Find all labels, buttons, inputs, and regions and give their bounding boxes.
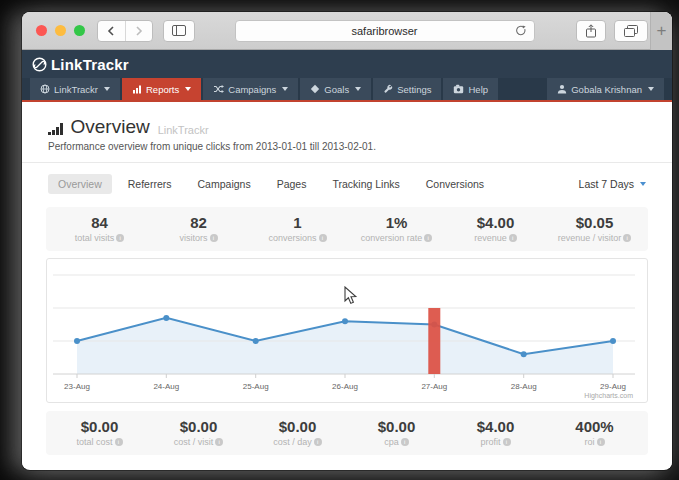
plus-icon: + [657, 21, 667, 41]
info-icon[interactable]: i [116, 234, 124, 242]
nav-item-settings[interactable]: Settings [373, 78, 441, 100]
info-icon[interactable]: i [215, 438, 223, 446]
stat-conversion-rate: 1% conversion ratei [347, 214, 446, 243]
nav-label: Campaigns [228, 84, 276, 95]
info-icon[interactable]: i [424, 234, 432, 242]
stat-label: cpa [384, 437, 399, 447]
linktrackr-logo[interactable]: LinkTrackr [32, 56, 129, 73]
svg-text:Highcharts.com: Highcharts.com [584, 392, 633, 400]
info-icon[interactable]: i [210, 234, 218, 242]
nav-item-goals[interactable]: Goals [300, 78, 371, 100]
stat-visitors: 82 visitorsi [149, 214, 248, 243]
show-tabs-button[interactable] [614, 20, 648, 42]
nav-item-reports[interactable]: Reports [122, 78, 201, 100]
tab-campaigns[interactable]: Campaigns [188, 174, 261, 194]
tab-referrers[interactable]: Referrers [118, 174, 182, 194]
page-content: Overview LinkTrackr Performance overview… [22, 102, 672, 468]
stat-revenue: $4.00 revenuei [446, 214, 545, 243]
user-name: Gobala Krishnan [571, 84, 642, 95]
close-window-button[interactable] [36, 25, 47, 36]
svg-text:29-Aug: 29-Aug [600, 382, 626, 391]
info-icon[interactable]: i [319, 234, 327, 242]
chevron-right-icon [135, 26, 143, 36]
nav-item-help[interactable]: Help [443, 78, 498, 100]
user-menu[interactable]: Gobala Krishnan [547, 78, 664, 100]
stat-profit: $4.00 profiti [446, 418, 545, 447]
back-button[interactable] [98, 21, 125, 41]
camera-icon [453, 84, 464, 94]
info-icon[interactable]: i [503, 438, 511, 446]
tabs-overview-icon [624, 25, 638, 37]
minimize-window-button[interactable] [55, 25, 66, 36]
window-controls [36, 25, 85, 36]
overview-chart[interactable]: 23-Aug24-Aug25-Aug26-Aug27-Aug28-Aug29-A… [47, 262, 641, 402]
caret-down-icon [185, 87, 191, 91]
sidebar-icon [172, 25, 186, 36]
shuffle-icon [213, 84, 224, 94]
date-range-label: Last 7 Days [579, 178, 634, 190]
tab-overview[interactable]: Overview [48, 174, 112, 194]
info-icon[interactable]: i [509, 234, 517, 242]
wrench-icon [383, 84, 393, 94]
new-tab-button[interactable]: + [650, 12, 672, 50]
stat-value: $0.00 [347, 418, 446, 435]
share-icon [585, 24, 597, 38]
info-icon[interactable]: i [401, 438, 409, 446]
stat-label: cost / day [273, 437, 312, 447]
globe-icon [40, 84, 50, 94]
nav-label: LinkTrackr [54, 84, 98, 95]
stat-cost-per-day: $0.00 cost / dayi [248, 418, 347, 447]
info-icon[interactable]: i [115, 438, 123, 446]
nav-item-campaigns[interactable]: Campaigns [203, 78, 298, 100]
page-subtitle: Performance overview from unique clicks … [48, 141, 646, 152]
svg-text:24-Aug: 24-Aug [153, 382, 179, 391]
nav-label: Reports [146, 84, 179, 95]
info-icon[interactable]: i [597, 438, 605, 446]
caret-down-icon [648, 87, 654, 91]
caret-down-icon [282, 87, 288, 91]
chevron-left-icon [107, 26, 115, 36]
stat-revenue-per-visitor: $0.05 revenue / visitori [545, 214, 644, 243]
svg-text:28-Aug: 28-Aug [511, 382, 537, 391]
stat-label: conversions [268, 233, 316, 243]
main-nav: LinkTrackr Reports Campaigns Goals [22, 78, 672, 102]
svg-text:27-Aug: 27-Aug [421, 382, 447, 391]
stat-value: $0.00 [248, 418, 347, 435]
tab-conversions[interactable]: Conversions [416, 174, 494, 194]
overview-chart-panel: 23-Aug24-Aug25-Aug26-Aug27-Aug28-Aug29-A… [46, 258, 648, 403]
caret-down-icon [355, 87, 361, 91]
stat-value: $4.00 [446, 214, 545, 231]
stat-value: 400% [545, 418, 644, 435]
linktrackr-logo-icon [32, 57, 47, 72]
forward-button[interactable] [125, 21, 153, 41]
stat-value: 1% [347, 214, 446, 231]
date-range-selector[interactable]: Last 7 Days [579, 178, 646, 190]
zoom-window-button[interactable] [74, 25, 85, 36]
svg-text:23-Aug: 23-Aug [64, 382, 90, 391]
address-bar[interactable]: safaribrowser [235, 20, 535, 42]
info-icon[interactable]: i [314, 438, 322, 446]
stat-value: $0.05 [545, 214, 644, 231]
brand-name: LinkTrackr [51, 56, 129, 73]
stat-value: 1 [248, 214, 347, 231]
share-button[interactable] [576, 20, 606, 42]
page-heading: Overview LinkTrackr Performance overview… [22, 102, 672, 163]
tab-tracking-links[interactable]: Tracking Links [322, 174, 409, 194]
reload-button[interactable] [515, 25, 527, 40]
stat-value: $4.00 [446, 418, 545, 435]
info-icon[interactable]: i [623, 234, 631, 242]
stat-label: visitors [179, 233, 207, 243]
stat-roi: 400% roii [545, 418, 644, 447]
bar-chart-icon [132, 84, 142, 94]
nav-label: Help [468, 84, 488, 95]
stat-label: revenue [474, 233, 507, 243]
sidebar-toggle-button[interactable] [163, 20, 195, 42]
reload-icon [515, 25, 527, 38]
page-title: Overview [71, 116, 150, 138]
tab-pages[interactable]: Pages [267, 174, 317, 194]
stat-conversions: 1 conversionsi [248, 214, 347, 243]
diamond-icon [310, 84, 320, 94]
stat-label: cost / visit [174, 437, 214, 447]
svg-text:26-Aug: 26-Aug [332, 382, 358, 391]
nav-item-linktrackr[interactable]: LinkTrackr [30, 78, 120, 100]
